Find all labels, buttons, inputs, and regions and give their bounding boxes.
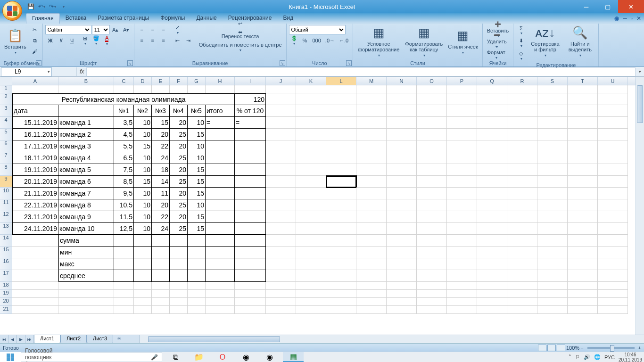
cell[interactable] — [235, 85, 266, 93]
cell[interactable] — [387, 199, 417, 211]
cell[interactable] — [134, 298, 152, 306]
cell[interactable]: команда 5 — [58, 164, 114, 176]
row-header[interactable]: 6 — [0, 140, 12, 152]
cell[interactable] — [206, 282, 235, 290]
italic-button[interactable]: К — [56, 35, 66, 46]
cell[interactable]: 22.11.2019 — [12, 199, 58, 211]
cell[interactable] — [206, 199, 235, 211]
horizontal-scrollbar[interactable] — [139, 335, 644, 343]
cell[interactable] — [12, 258, 58, 270]
cell[interactable] — [188, 290, 206, 298]
cell[interactable] — [206, 188, 235, 199]
autosum-icon[interactable]: Σ▾ — [516, 25, 526, 36]
cell[interactable] — [356, 270, 387, 282]
shrink-font-icon[interactable]: A▾ — [121, 25, 132, 35]
cell[interactable] — [12, 270, 58, 282]
office-button[interactable] — [2, 1, 22, 21]
cell[interactable] — [417, 176, 447, 188]
cell[interactable]: 20 — [170, 117, 188, 129]
cell[interactable] — [387, 247, 417, 258]
cell[interactable] — [598, 306, 628, 314]
cell[interactable] — [477, 93, 507, 105]
cell[interactable] — [326, 235, 356, 247]
tray-chevron-icon[interactable]: ˄ — [569, 354, 571, 360]
cell[interactable] — [477, 270, 507, 282]
cell[interactable] — [206, 258, 235, 270]
qat-customize-icon[interactable]: ▾ — [58, 2, 68, 11]
zoom-level[interactable]: 100% — [566, 345, 579, 351]
cell[interactable] — [12, 235, 58, 247]
cell[interactable] — [235, 282, 266, 290]
cell[interactable] — [507, 188, 537, 199]
cell[interactable] — [447, 164, 477, 176]
cell[interactable] — [206, 306, 235, 314]
cell[interactable] — [387, 211, 417, 223]
cell[interactable] — [326, 258, 356, 270]
close-workbook-icon[interactable]: ✕ — [636, 15, 641, 22]
cell[interactable] — [598, 235, 628, 247]
row-header[interactable]: 15 — [0, 247, 12, 258]
cell[interactable] — [356, 282, 387, 290]
row-header[interactable]: 7 — [0, 152, 12, 164]
mic-icon[interactable]: 🎤̸ — [151, 354, 158, 361]
cell[interactable] — [537, 152, 568, 164]
cell[interactable] — [598, 164, 628, 176]
cell[interactable] — [356, 290, 387, 298]
cell[interactable] — [206, 152, 235, 164]
cell[interactable]: 10 — [188, 140, 206, 152]
cell[interactable] — [114, 258, 134, 270]
cell[interactable] — [12, 282, 58, 290]
comma-icon[interactable]: 000 — [311, 35, 323, 46]
row-header[interactable]: 2 — [0, 93, 12, 105]
cell[interactable] — [206, 129, 235, 140]
cell[interactable] — [296, 270, 326, 282]
cell[interactable]: команда 8 — [58, 199, 114, 211]
row-header[interactable]: 16 — [0, 258, 12, 270]
cell[interactable]: % от 120 — [235, 105, 266, 117]
cell[interactable] — [387, 93, 417, 105]
sheet-tab-1[interactable]: Лист1 — [34, 335, 60, 343]
tab-data[interactable]: Данные — [190, 13, 222, 24]
cell[interactable] — [152, 290, 170, 298]
cell[interactable] — [114, 306, 134, 314]
cell[interactable] — [598, 117, 628, 129]
align-top-icon[interactable]: ≡ — [137, 25, 147, 35]
cell[interactable]: 11,5 — [114, 211, 134, 223]
cell[interactable] — [507, 117, 537, 129]
cell[interactable] — [507, 140, 537, 152]
input-lang[interactable]: РУС — [604, 354, 615, 360]
cell[interactable] — [356, 93, 387, 105]
cell[interactable] — [598, 129, 628, 140]
chrome-icon[interactable]: ◉ — [236, 352, 256, 362]
cell[interactable] — [598, 258, 628, 270]
cell[interactable] — [356, 176, 387, 188]
cell[interactable]: 17.11.2019 — [12, 140, 58, 152]
cell[interactable] — [537, 140, 568, 152]
conditional-formatting-button[interactable]: ▦Условное форматирование▾ — [355, 25, 402, 58]
normal-view-icon[interactable] — [538, 345, 546, 351]
cell[interactable] — [188, 85, 206, 93]
find-select-button[interactable]: 🔍Найти и выделить▾ — [564, 25, 596, 58]
cell[interactable] — [417, 152, 447, 164]
cell[interactable] — [266, 235, 296, 247]
cell[interactable] — [235, 140, 266, 152]
cell[interactable] — [296, 164, 326, 176]
col-header-M[interactable]: M — [356, 77, 387, 85]
cell[interactable] — [134, 270, 152, 282]
cell[interactable] — [477, 223, 507, 235]
cell[interactable] — [296, 93, 326, 105]
dialog-launcher-icon[interactable]: ↘ — [346, 60, 352, 66]
row-header[interactable]: 9 — [0, 176, 12, 188]
cell[interactable]: 25 — [170, 199, 188, 211]
cell[interactable]: Республиканская командная олимпиада — [12, 93, 235, 105]
cell[interactable] — [326, 140, 356, 152]
cell[interactable]: 20.11.2019 — [12, 176, 58, 188]
cell[interactable]: 12,5 — [114, 223, 134, 235]
cell[interactable] — [477, 140, 507, 152]
cell[interactable] — [356, 140, 387, 152]
help-icon[interactable]: ◉ — [614, 15, 619, 22]
cell[interactable] — [152, 282, 170, 290]
cell[interactable]: 10 — [188, 152, 206, 164]
cell[interactable] — [296, 258, 326, 270]
merge-center-button[interactable]: ⬌ Объединить и поместить в центре▾ — [197, 35, 284, 46]
